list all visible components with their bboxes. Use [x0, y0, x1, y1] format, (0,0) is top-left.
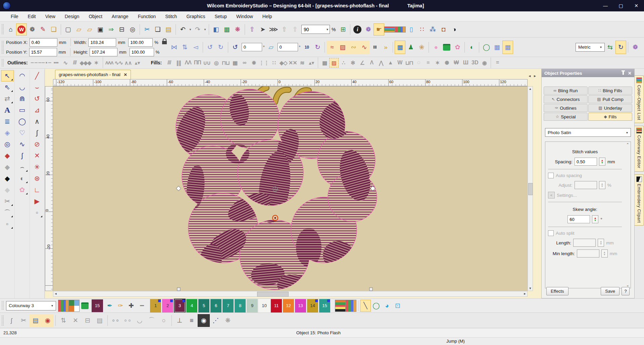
toolbar-grip[interactable] [1, 24, 4, 35]
vertical-scroll-thumb[interactable] [528, 183, 533, 195]
stitch-colors-icon[interactable]: ▤ [30, 314, 42, 327]
background-window-icon[interactable]: ⊡ [392, 300, 403, 312]
undo-icon[interactable]: ↶ [178, 23, 188, 36]
mirror-frame-tool[interactable]: ⌒ [1, 207, 14, 218]
add-color-icon[interactable]: ✚ [126, 300, 137, 312]
fill-photo-flash-icon[interactable]: ▨ [329, 58, 339, 67]
spacing-spinner[interactable]: ▲▼ [599, 158, 605, 166]
rotate-cw-icon[interactable]: ↻ [215, 41, 226, 54]
small-square-tool[interactable]: ▫ [1, 218, 14, 230]
height-percent-input[interactable] [130, 48, 154, 56]
tab-scroll-right-icon[interactable]: ► [533, 74, 537, 78]
star-burst-tool[interactable]: ✳ [31, 161, 43, 173]
motif-zigzag-a-icon[interactable]: ʌʌʌ [105, 58, 114, 67]
close-button[interactable]: ✕ [629, 0, 644, 11]
menu-help[interactable]: Help [258, 11, 277, 21]
length-spinner[interactable]: ▲▼ [598, 239, 604, 247]
thread-chart-b-icon[interactable] [346, 300, 356, 312]
scroll-up-icon[interactable]: ▲ [528, 87, 533, 91]
color-swap-tool[interactable]: ⇄ [1, 93, 14, 104]
document-tab[interactable]: grapes-wines-photoflash - final ✕ [55, 70, 131, 79]
insert-embroidery-icon[interactable]: ◧ [211, 23, 221, 36]
motif-zigzag-c-icon[interactable]: ∧∧ [123, 58, 133, 67]
grid-icon[interactable]: ▦ [492, 41, 502, 54]
outline-zigzag-icon[interactable]: ∿ [61, 58, 70, 67]
design-canvas[interactable] [53, 86, 528, 291]
tab-color-object-list[interactable]: Color-Object List [635, 75, 644, 123]
paw-shape-icon[interactable]: ❀ [416, 41, 427, 54]
colorway-tshirt-icon[interactable] [80, 300, 90, 312]
digitize-figure-icon[interactable]: ♟ [405, 41, 416, 54]
fill-fan-icon[interactable]: ∠ [357, 58, 367, 67]
fill-square-u-icon[interactable]: ⊔⊓ [404, 58, 414, 67]
mirror-vertical-icon[interactable]: ⇅ [180, 41, 190, 54]
properties-tab-special[interactable]: ☆Special [544, 113, 588, 121]
fill-chain-icon[interactable]: ∞ [240, 58, 249, 67]
photo-flash-camera-icon[interactable]: ◉ [198, 314, 210, 327]
min-length-spinner[interactable]: ▲▼ [601, 249, 608, 257]
slow-redraw-icon[interactable]: ⇧ [279, 23, 290, 36]
rotate-angle-input[interactable] [242, 43, 262, 51]
zoom-control[interactable]: ▾ [301, 25, 330, 34]
outline-offset-tool[interactable]: ◆ [1, 161, 14, 173]
product-tshirt-icon[interactable] [441, 41, 452, 54]
toolbar-grip[interactable] [1, 315, 4, 326]
tab-embroidery-clipart[interactable]: Embroidery Clipart [635, 174, 644, 226]
cut-icon[interactable]: ✂ [142, 23, 152, 36]
color-media-icon[interactable]: ❋ [232, 23, 243, 36]
open-shape-tool[interactable]: ∧ [31, 116, 43, 127]
color-wheel-icon[interactable]: ◐ [466, 41, 477, 54]
outline-hatch-icon[interactable]: /// [70, 58, 80, 67]
fill-type-select[interactable]: Photo Satin ▾ [545, 128, 631, 137]
fill-chevron-a-icon[interactable]: Λ [367, 58, 376, 67]
menu-stitch[interactable]: Stitch [160, 11, 182, 21]
wheel-spoke-tool[interactable]: ⊛ [31, 173, 43, 184]
mirror-horizontal-icon[interactable]: ⋈ [169, 41, 180, 54]
monogramming-tool[interactable]: ◈ [1, 127, 14, 138]
digitize-open-curve-tool[interactable]: ◠ [16, 70, 29, 81]
coral-stitch-icon[interactable]: ❋ [222, 314, 234, 327]
vertical-scrollbar[interactable]: ▲ ▼ [528, 86, 533, 291]
fill-scatter-icon[interactable]: ✻ [348, 58, 357, 67]
hoop-grid-icon[interactable]: ▦ [502, 41, 513, 54]
wilcom-workspace-icon[interactable] [16, 23, 27, 36]
aspect-lock-icon[interactable] [162, 41, 167, 44]
photo-bitmap-icon[interactable]: ▦ [395, 41, 405, 54]
stamp-icon[interactable]: ◘ [438, 23, 449, 36]
color-swatch-7[interactable]: 7 [222, 299, 234, 312]
menu-edit[interactable]: Edit [23, 11, 41, 21]
convert-artwork-icon[interactable]: ✎ [38, 23, 48, 36]
properties-tab-bling-run[interactable]: ∞Bling Run [544, 87, 588, 95]
insert-bitmap-icon[interactable]: ▦ [221, 23, 232, 36]
spacing-input[interactable] [575, 158, 597, 166]
hoop-toggle-icon[interactable]: ◯ [371, 300, 382, 312]
outline-more-icon[interactable]: ▴▾ [133, 58, 142, 67]
open-design-icon[interactable]: ▱ [73, 23, 84, 36]
min-length-input[interactable] [577, 249, 599, 257]
bead-a-icon[interactable]: ∘∘ [109, 314, 121, 327]
stitch-angle-icon[interactable]: ↻ [312, 41, 323, 54]
skew-angle-input[interactable] [567, 215, 590, 223]
product-visualizer-icon[interactable]: ❁ [363, 23, 374, 36]
menu-design[interactable]: Design [60, 11, 84, 21]
marquee-select-tool[interactable]: ▫ [31, 207, 43, 218]
fill-trapunto-icon[interactable]: = [493, 58, 502, 67]
outline-dash-c-icon[interactable]: ▪▪▪ [51, 58, 61, 67]
color-swatch-5[interactable]: 5 [198, 299, 209, 312]
fill-chevron-b-icon[interactable]: ⋀ [376, 58, 386, 67]
gradient-hexagon-tool[interactable]: ◆ [1, 184, 14, 195]
color-swatch-2[interactable]: 2 [162, 299, 173, 312]
stitch-bars-icon[interactable]: ▤ [94, 314, 106, 327]
thread-colors-icon[interactable] [384, 26, 395, 33]
s-curve-tool[interactable]: ∫ [31, 127, 43, 138]
fast-redraw-icon[interactable]: ⋙ [268, 23, 279, 36]
chevron-down-icon[interactable]: ▾ [325, 27, 330, 31]
thread-chart-a-icon[interactable] [335, 300, 346, 312]
fill-swirl-icon[interactable]: ₩ [451, 58, 461, 67]
thread-spool-icon[interactable]: ▯ [406, 23, 416, 36]
team-names-tool[interactable]: ≣ [1, 116, 14, 127]
select-object-tool[interactable]: ↖ [1, 70, 14, 81]
copy-icon[interactable]: ❏ [152, 23, 163, 36]
restore-button[interactable]: ▢ [613, 0, 629, 11]
auto-arrange-icon[interactable]: ↻ [615, 41, 626, 54]
